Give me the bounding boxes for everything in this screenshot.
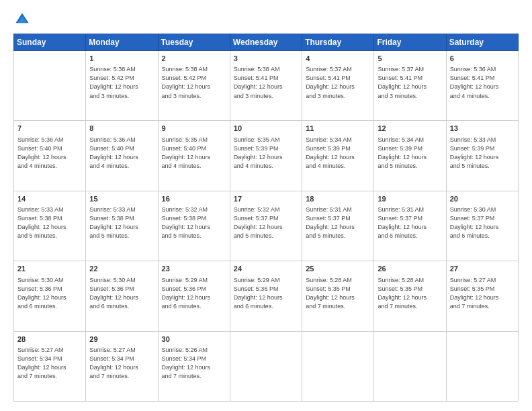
calendar-cell: 24Sunrise: 5:29 AM Sunset: 5:36 PM Dayli… <box>230 261 302 331</box>
header <box>13 12 519 27</box>
calendar-cell: 22Sunrise: 5:30 AM Sunset: 5:36 PM Dayli… <box>86 261 158 331</box>
calendar-cell: 1Sunrise: 5:38 AM Sunset: 5:42 PM Daylig… <box>86 51 158 121</box>
week-row-2: 7Sunrise: 5:36 AM Sunset: 5:40 PM Daylig… <box>14 121 519 191</box>
day-info: Sunrise: 5:28 AM Sunset: 5:35 PM Dayligh… <box>306 276 370 311</box>
page: SundayMondayTuesdayWednesdayThursdayFrid… <box>0 0 532 411</box>
day-info: Sunrise: 5:34 AM Sunset: 5:39 PM Dayligh… <box>378 136 442 171</box>
calendar-cell: 21Sunrise: 5:30 AM Sunset: 5:36 PM Dayli… <box>14 261 86 331</box>
calendar-cell: 26Sunrise: 5:28 AM Sunset: 5:35 PM Dayli… <box>374 261 446 331</box>
day-number: 6 <box>450 54 515 64</box>
logo-icon <box>15 12 30 27</box>
day-info: Sunrise: 5:27 AM Sunset: 5:34 PM Dayligh… <box>17 346 82 381</box>
calendar-cell: 4Sunrise: 5:37 AM Sunset: 5:41 PM Daylig… <box>302 51 374 121</box>
day-number: 1 <box>89 54 154 64</box>
day-info: Sunrise: 5:30 AM Sunset: 5:36 PM Dayligh… <box>17 276 82 311</box>
day-number: 27 <box>450 264 515 274</box>
calendar-cell: 6Sunrise: 5:36 AM Sunset: 5:41 PM Daylig… <box>446 51 518 121</box>
day-number: 20 <box>450 194 515 204</box>
day-number: 10 <box>234 124 298 134</box>
day-number: 11 <box>306 124 370 134</box>
day-number: 2 <box>162 54 226 64</box>
day-info: Sunrise: 5:38 AM Sunset: 5:42 PM Dayligh… <box>89 65 154 100</box>
day-number: 7 <box>17 124 82 134</box>
calendar-cell <box>374 331 446 401</box>
calendar-cell: 3Sunrise: 5:38 AM Sunset: 5:41 PM Daylig… <box>230 51 302 121</box>
day-info: Sunrise: 5:29 AM Sunset: 5:36 PM Dayligh… <box>234 276 298 311</box>
weekday-header-saturday: Saturday <box>446 34 518 51</box>
calendar-cell: 18Sunrise: 5:31 AM Sunset: 5:37 PM Dayli… <box>302 191 374 261</box>
day-number: 24 <box>234 264 298 274</box>
day-info: Sunrise: 5:38 AM Sunset: 5:41 PM Dayligh… <box>234 65 298 100</box>
weekday-header-sunday: Sunday <box>14 34 86 51</box>
day-info: Sunrise: 5:32 AM Sunset: 5:38 PM Dayligh… <box>162 205 226 240</box>
day-info: Sunrise: 5:33 AM Sunset: 5:39 PM Dayligh… <box>450 136 515 171</box>
day-number: 14 <box>17 194 82 204</box>
calendar-cell: 11Sunrise: 5:34 AM Sunset: 5:39 PM Dayli… <box>302 121 374 191</box>
calendar-cell: 27Sunrise: 5:27 AM Sunset: 5:35 PM Dayli… <box>446 261 518 331</box>
day-info: Sunrise: 5:36 AM Sunset: 5:40 PM Dayligh… <box>89 136 154 171</box>
calendar-table: SundayMondayTuesdayWednesdayThursdayFrid… <box>13 34 519 402</box>
calendar-cell: 15Sunrise: 5:33 AM Sunset: 5:38 PM Dayli… <box>86 191 158 261</box>
day-info: Sunrise: 5:27 AM Sunset: 5:35 PM Dayligh… <box>450 276 515 311</box>
calendar-cell: 30Sunrise: 5:26 AM Sunset: 5:34 PM Dayli… <box>158 331 230 401</box>
logo <box>13 12 30 27</box>
week-row-5: 28Sunrise: 5:27 AM Sunset: 5:34 PM Dayli… <box>14 331 519 401</box>
day-number: 30 <box>162 334 226 345</box>
day-number: 12 <box>378 124 442 134</box>
day-info: Sunrise: 5:27 AM Sunset: 5:34 PM Dayligh… <box>89 346 154 381</box>
calendar-cell: 29Sunrise: 5:27 AM Sunset: 5:34 PM Dayli… <box>86 331 158 401</box>
day-info: Sunrise: 5:28 AM Sunset: 5:35 PM Dayligh… <box>378 276 442 311</box>
day-info: Sunrise: 5:30 AM Sunset: 5:36 PM Dayligh… <box>89 276 154 311</box>
weekday-header-row: SundayMondayTuesdayWednesdayThursdayFrid… <box>14 34 519 51</box>
calendar-cell: 20Sunrise: 5:30 AM Sunset: 5:37 PM Dayli… <box>446 191 518 261</box>
calendar-cell: 2Sunrise: 5:38 AM Sunset: 5:42 PM Daylig… <box>158 51 230 121</box>
day-info: Sunrise: 5:26 AM Sunset: 5:34 PM Dayligh… <box>162 346 226 381</box>
day-info: Sunrise: 5:31 AM Sunset: 5:37 PM Dayligh… <box>378 205 442 240</box>
calendar-cell: 14Sunrise: 5:33 AM Sunset: 5:38 PM Dayli… <box>14 191 86 261</box>
week-row-3: 14Sunrise: 5:33 AM Sunset: 5:38 PM Dayli… <box>14 191 519 261</box>
calendar-cell: 17Sunrise: 5:32 AM Sunset: 5:37 PM Dayli… <box>230 191 302 261</box>
day-number: 8 <box>89 124 154 134</box>
weekday-header-wednesday: Wednesday <box>230 34 302 51</box>
calendar-cell: 25Sunrise: 5:28 AM Sunset: 5:35 PM Dayli… <box>302 261 374 331</box>
calendar-cell: 9Sunrise: 5:35 AM Sunset: 5:40 PM Daylig… <box>158 121 230 191</box>
day-info: Sunrise: 5:38 AM Sunset: 5:42 PM Dayligh… <box>162 65 226 100</box>
calendar-cell: 16Sunrise: 5:32 AM Sunset: 5:38 PM Dayli… <box>158 191 230 261</box>
day-number: 17 <box>234 194 298 204</box>
calendar-cell: 23Sunrise: 5:29 AM Sunset: 5:36 PM Dayli… <box>158 261 230 331</box>
day-info: Sunrise: 5:36 AM Sunset: 5:40 PM Dayligh… <box>17 136 82 171</box>
day-info: Sunrise: 5:35 AM Sunset: 5:40 PM Dayligh… <box>162 136 226 171</box>
weekday-header-friday: Friday <box>374 34 446 51</box>
week-row-1: 1Sunrise: 5:38 AM Sunset: 5:42 PM Daylig… <box>14 51 519 121</box>
week-row-4: 21Sunrise: 5:30 AM Sunset: 5:36 PM Dayli… <box>14 261 519 331</box>
day-number: 18 <box>306 194 370 204</box>
day-number: 28 <box>17 334 82 345</box>
day-number: 5 <box>378 54 442 64</box>
day-number: 3 <box>234 54 298 64</box>
calendar-cell: 5Sunrise: 5:37 AM Sunset: 5:41 PM Daylig… <box>374 51 446 121</box>
day-info: Sunrise: 5:33 AM Sunset: 5:38 PM Dayligh… <box>17 205 82 240</box>
calendar-cell <box>446 331 518 401</box>
day-info: Sunrise: 5:36 AM Sunset: 5:41 PM Dayligh… <box>450 65 515 100</box>
calendar-cell: 19Sunrise: 5:31 AM Sunset: 5:37 PM Dayli… <box>374 191 446 261</box>
calendar-cell <box>230 331 302 401</box>
day-info: Sunrise: 5:35 AM Sunset: 5:39 PM Dayligh… <box>234 136 298 171</box>
day-info: Sunrise: 5:37 AM Sunset: 5:41 PM Dayligh… <box>378 65 442 100</box>
day-number: 9 <box>162 124 226 134</box>
day-number: 16 <box>162 194 226 204</box>
day-number: 19 <box>378 194 442 204</box>
day-info: Sunrise: 5:33 AM Sunset: 5:38 PM Dayligh… <box>89 205 154 240</box>
day-number: 25 <box>306 264 370 274</box>
day-number: 29 <box>89 334 154 345</box>
calendar-cell: 8Sunrise: 5:36 AM Sunset: 5:40 PM Daylig… <box>86 121 158 191</box>
weekday-header-thursday: Thursday <box>302 34 374 51</box>
calendar-cell: 28Sunrise: 5:27 AM Sunset: 5:34 PM Dayli… <box>14 331 86 401</box>
day-number: 26 <box>378 264 442 274</box>
day-info: Sunrise: 5:32 AM Sunset: 5:37 PM Dayligh… <box>234 205 298 240</box>
day-info: Sunrise: 5:37 AM Sunset: 5:41 PM Dayligh… <box>306 65 370 100</box>
day-info: Sunrise: 5:29 AM Sunset: 5:36 PM Dayligh… <box>162 276 226 311</box>
day-number: 4 <box>306 54 370 64</box>
calendar-cell <box>302 331 374 401</box>
day-number: 13 <box>450 124 515 134</box>
calendar-cell: 7Sunrise: 5:36 AM Sunset: 5:40 PM Daylig… <box>14 121 86 191</box>
